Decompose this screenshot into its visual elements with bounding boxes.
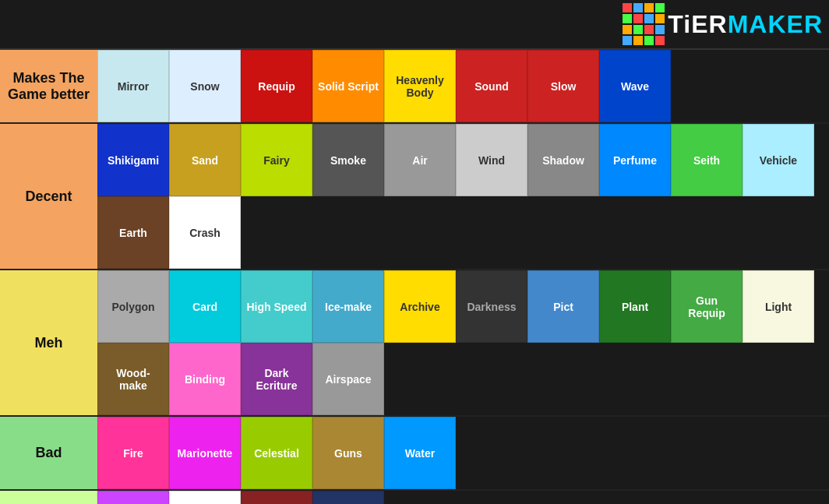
item-dark-ecriture[interactable]: Dark Ecriture (241, 343, 312, 415)
tier-row-decent: DecentShikigamiSandFairySmokeAirWindShad… (0, 124, 829, 270)
item-shikigami[interactable]: Shikigami (97, 124, 169, 196)
item-gun-requip[interactable]: Gun Requip (671, 270, 743, 343)
item-darkness[interactable]: Darkness (456, 270, 527, 343)
item-earth[interactable]: Earth (97, 196, 169, 269)
tier-label-decent: Decent (0, 124, 97, 269)
item-sand[interactable]: Sand (169, 124, 241, 196)
item-satan-soul[interactable]: Satan Soul (241, 491, 312, 504)
item-archive[interactable]: Archive (384, 270, 456, 343)
item-vehicle[interactable]: Vehicle (743, 124, 814, 196)
item-wind[interactable]: Wind (456, 124, 527, 196)
item-territory[interactable]: Territory (312, 491, 384, 504)
item-high-speed[interactable]: High Speed (241, 270, 312, 343)
item-sound[interactable]: Sound (456, 50, 527, 122)
logo-grid (623, 3, 665, 45)
tier-items-decent: ShikigamiSandFairySmokeAirWindShadowPerf… (97, 124, 829, 269)
item-seith[interactable]: Seith (671, 124, 743, 196)
item-smoke[interactable]: Smoke (312, 124, 384, 196)
item-slow[interactable]: Slow (527, 50, 599, 122)
item-snow[interactable]: Snow (169, 50, 241, 122)
item-plant[interactable]: Plant (599, 270, 671, 343)
tiermaker-logo: TiERMAKER (623, 3, 823, 45)
item-fire[interactable]: Fire (97, 417, 169, 489)
tier-row-meh: MehPolygonCardHigh SpeedIce-makeArchiveD… (0, 270, 829, 417)
item-guns[interactable]: Guns (312, 417, 384, 489)
tier-label-bad: Bad (0, 417, 97, 489)
item-heavenly-body[interactable]: Heavenly Body (384, 50, 456, 122)
item-polygon[interactable]: Polygon (97, 270, 169, 343)
tier-row-makes-the-game-better: Makes The Game betterMirrorSnowRequipSol… (0, 50, 829, 124)
item-requip[interactable]: Requip (241, 50, 312, 122)
item-fairy[interactable]: Fairy (241, 124, 312, 196)
item-perfume[interactable]: Perfume (599, 124, 671, 196)
tier-label-makes-the-game-better: Makes The Game better (0, 50, 97, 122)
item-marionette[interactable]: Marionette (169, 417, 241, 489)
item-solid-script[interactable]: Solid Script (312, 50, 384, 122)
tier-label-meh: Meh (0, 270, 97, 415)
tier-items-bad: FireMarionetteCelestialGunsWater (97, 417, 829, 489)
tier-row-so-op-its-bad: So Op Its BadBeast SoulAnimal SoulSatan … (0, 491, 829, 504)
item-mirror[interactable]: Mirror (97, 50, 169, 122)
item-beast-soul[interactable]: Beast Soul (97, 491, 169, 504)
item-shadow[interactable]: Shadow (527, 124, 599, 196)
item-binding[interactable]: Binding (169, 343, 241, 415)
item-ice-make[interactable]: Ice-make (312, 270, 384, 343)
tier-items-so-op-its-bad: Beast SoulAnimal SoulSatan SoulTerritory (97, 491, 829, 504)
header: TiERMAKER (0, 0, 829, 50)
tier-row-bad: BadFireMarionetteCelestialGunsWater (0, 417, 829, 491)
logo-text: TiERMAKER (668, 10, 823, 39)
item-air[interactable]: Air (384, 124, 456, 196)
item-pict[interactable]: Pict (527, 270, 599, 343)
tier-items-meh: PolygonCardHigh SpeedIce-makeArchiveDark… (97, 270, 829, 415)
item-celestial[interactable]: Celestial (241, 417, 312, 489)
item-airspace[interactable]: Airspace (312, 343, 384, 415)
item-crash[interactable]: Crash (169, 196, 241, 269)
tier-items-makes-the-game-better: MirrorSnowRequipSolid ScriptHeavenly Bod… (97, 50, 829, 122)
item-wave[interactable]: Wave (599, 50, 671, 122)
item-wood-make[interactable]: Wood-make (97, 343, 169, 415)
item-light[interactable]: Light (743, 270, 814, 343)
tier-list: TiERMAKER Makes The Game betterMirrorSno… (0, 0, 829, 504)
item-card[interactable]: Card (169, 270, 241, 343)
item-animal-soul[interactable]: Animal Soul (169, 491, 241, 504)
tier-label-so-op-its-bad: So Op Its Bad (0, 491, 97, 504)
item-water[interactable]: Water (384, 417, 456, 489)
